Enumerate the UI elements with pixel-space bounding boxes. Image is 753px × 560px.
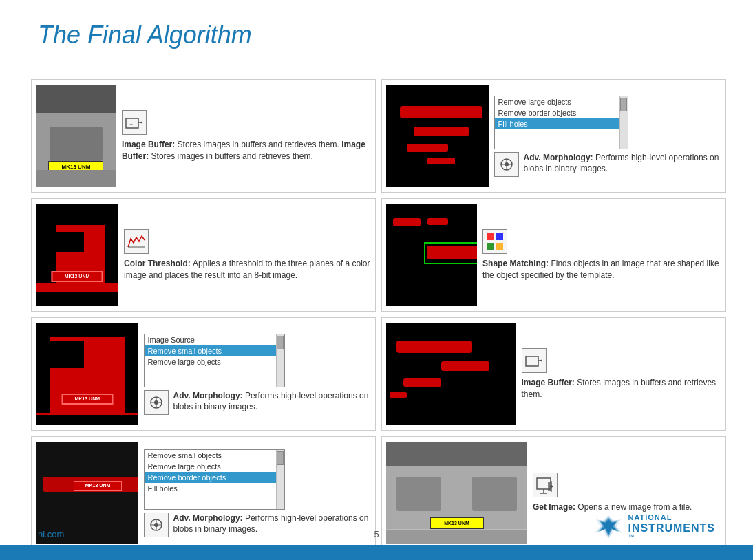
dropdown-item-remove-large-3[interactable]: Remove large objects [145,461,284,472]
dropdown-item-remove-large-2[interactable]: Remove large objects [145,356,284,367]
bottom-bar [0,545,753,560]
dropdown-item-image-source[interactable]: Image Source [145,334,284,345]
dropdown-item-fill-holes[interactable]: Fill holes [495,118,628,129]
shape-icon [482,229,507,254]
cell-adv-morph-2: MK13 UNM Image Source Remove small objec… [31,317,376,431]
svg-rect-12 [496,243,503,250]
color-icon [124,229,149,254]
cell-8-desc: Get Image: Opens a new image from a file… [533,502,692,513]
cell-4-desc: Shape Matching: Finds objects in an imag… [482,258,721,281]
dropdown-item-remove-small-2[interactable]: Remove small objects [145,450,284,461]
buffer-icon-1: → [122,110,147,135]
morph-icon-2 [144,390,169,415]
cell-2-desc: Adv. Morphology: Performs high-level ope… [523,152,721,175]
footer-page-number: 5 [374,529,379,539]
morph-icon-3 [144,513,169,537]
svg-text:→: → [128,121,134,127]
cell-6-desc: Image Buffer: Stores images in buffers a… [522,377,722,400]
binary-image-1 [386,85,489,187]
dropdown-item-remove-large[interactable]: Remove large objects [495,96,628,107]
page-title: The Final Algorithm [38,21,252,50]
color-thresh-image-2: MK13 UNM [36,323,138,425]
cell-shape-matching: Shape Matching: Finds objects in an imag… [381,198,726,312]
svg-rect-10 [496,233,503,240]
shape-match-image [386,204,477,306]
cell-adv-morph-1: Remove large objects Remove border objec… [381,79,726,193]
ni-logo: NATIONAL INSTRUMENTS ™ [593,513,715,541]
dropdown-fill-holes[interactable]: Remove large objects Remove border objec… [494,96,628,149]
buffer-icon-2 [522,348,547,373]
dropdown-item-fill-holes-2[interactable]: Fill holes [145,483,284,494]
cell-5-desc: Adv. Morphology: Performs high-level ope… [173,390,371,413]
cell-adv-morph-3: MK13 UNM Remove small objects Remove lar… [31,436,376,550]
color-thresh-image: MK13 UNM [36,204,118,306]
cell-color-threshold: MK13 UNM Color Threshold: Applies a thre… [31,198,376,312]
ni-logo-text: NATIONAL INSTRUMENTS ™ [628,513,715,541]
morph-icon-1 [494,152,519,177]
dropdown-item-remove-border-2[interactable]: Remove border objects [145,472,284,483]
ni-eagle-icon [593,514,624,540]
svg-rect-17 [526,356,538,366]
cell-1-desc: Image Buffer: Stores images in buffers a… [122,139,371,162]
car-rear-image: MK13 UNM [36,85,116,187]
dropdown-remove-small[interactable]: Image Source Remove small objects Remove… [144,334,285,387]
footer-url: ni.com [38,529,64,539]
get-image-icon [533,473,558,497]
car-result-image: MK13 UNM [386,442,527,544]
content-grid: MK13 UNM → Image Buffer: Stores images i… [31,79,726,550]
binary-image-2 [386,323,516,425]
dropdown-item-remove-small[interactable]: Remove small objects [145,345,284,356]
cell-7-desc: Adv. Morphology: Performs high-level ope… [173,513,371,536]
cell-image-buffer-2: Image Buffer: Stores images in buffers a… [381,317,726,431]
svg-rect-9 [487,233,494,240]
svg-rect-11 [487,243,494,250]
dropdown-item-remove-border[interactable]: Remove border objects [495,107,628,118]
dropdown-remove-border[interactable]: Remove small objects Remove large object… [144,449,285,510]
cell-image-buffer: MK13 UNM → Image Buffer: Stores images i… [31,79,376,193]
cell-3-desc: Color Threshold: Applies a threshold to … [124,258,371,281]
